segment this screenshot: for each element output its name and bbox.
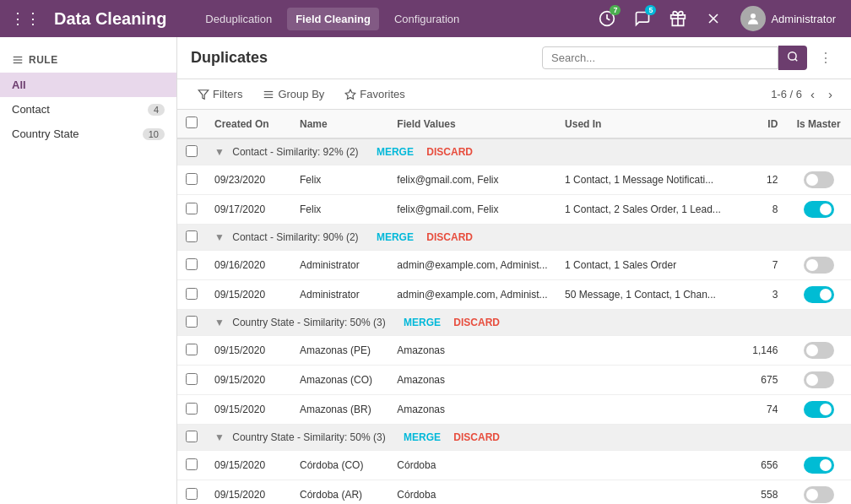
merge-btn[interactable]: MERGE xyxy=(371,230,419,245)
discard-btn[interactable]: DISCARD xyxy=(448,315,505,330)
row-checkbox[interactable] xyxy=(186,403,198,415)
table-row: 09/15/2020 Córdoba (AR) Córdoba 558 xyxy=(177,480,851,505)
row-field-values: Amazonas xyxy=(388,395,556,425)
row-date: 09/15/2020 xyxy=(206,395,291,425)
row-date: 09/16/2020 xyxy=(206,251,291,280)
group-row: ▼ Country State - Similarity: 50% (3) ME… xyxy=(177,425,851,451)
gift-icon-btn[interactable] xyxy=(664,5,691,32)
nav-field-cleaning[interactable]: Field Cleaning xyxy=(287,8,379,30)
row-checkbox[interactable] xyxy=(186,258,198,270)
table-row: 09/15/2020 Amazonas (PE) Amazonas 1,146 xyxy=(177,336,851,366)
group-checkbox[interactable] xyxy=(186,230,198,242)
sidebar-item-all-label: All xyxy=(12,79,26,91)
row-date: 09/23/2020 xyxy=(206,165,291,195)
is-master-toggle[interactable] xyxy=(804,342,834,359)
toggle-slider xyxy=(804,457,834,474)
group-label: Contact - Similarity: 90% (2) xyxy=(232,231,358,243)
search-submit-btn[interactable] xyxy=(778,46,807,70)
row-field-values: Amazonas xyxy=(388,336,556,366)
favorites-btn[interactable]: Favorites xyxy=(338,84,411,104)
avatar-btn[interactable]: Administrator xyxy=(735,5,841,32)
messages-badge: 5 xyxy=(645,5,656,15)
groupby-label: Group By xyxy=(278,88,324,100)
group-checkbox[interactable] xyxy=(186,431,198,442)
row-checkbox[interactable] xyxy=(186,458,198,470)
nav-configuration[interactable]: Configuration xyxy=(386,8,468,30)
merge-btn[interactable]: MERGE xyxy=(398,315,446,330)
row-id: 7 xyxy=(737,251,786,280)
toggle-slider xyxy=(804,486,834,503)
filters-btn[interactable]: Filters xyxy=(191,84,249,104)
row-checkbox[interactable] xyxy=(186,173,198,185)
group-row-master-cell xyxy=(786,310,851,336)
chevron-down-icon: ▼ xyxy=(214,317,225,328)
nav-deduplication[interactable]: Deduplication xyxy=(197,8,280,30)
app-title: Data Cleaning xyxy=(54,9,166,29)
row-checkbox[interactable] xyxy=(186,203,198,214)
header-used-in: Used In xyxy=(556,110,737,138)
row-id: 3 xyxy=(737,280,786,310)
select-all-checkbox[interactable] xyxy=(186,117,198,128)
row-id: 558 xyxy=(737,480,786,505)
prev-page-btn[interactable]: ‹ xyxy=(805,84,820,104)
is-master-toggle[interactable] xyxy=(804,486,834,503)
close-icon-btn[interactable] xyxy=(700,5,727,32)
chevron-down-icon: ▼ xyxy=(214,146,225,158)
row-checkbox-cell xyxy=(177,195,206,225)
messages-icon-btn[interactable]: 5 xyxy=(629,5,656,32)
row-field-values: Amazonas xyxy=(388,366,556,395)
toolbar: Filters Group By Favorites 1-6 / 6 ‹ › xyxy=(177,79,851,110)
is-master-toggle[interactable] xyxy=(804,457,834,474)
row-used-in: 1 Contact, 1 Sales Order xyxy=(556,251,737,280)
group-row: ▼ Country State - Similarity: 50% (3) ME… xyxy=(177,310,851,336)
toggle-slider xyxy=(804,401,834,418)
toggle-slider xyxy=(804,257,834,274)
more-options-btn[interactable]: ⋮ xyxy=(814,47,837,68)
row-date: 09/15/2020 xyxy=(206,480,291,505)
row-checkbox[interactable] xyxy=(186,488,198,500)
header-created-on: Created On xyxy=(206,110,291,138)
is-master-toggle[interactable] xyxy=(804,286,834,303)
group-checkbox[interactable] xyxy=(186,145,198,157)
table-body: ▼ Contact - Similarity: 92% (2) MERGE DI… xyxy=(177,138,851,504)
merge-btn[interactable]: MERGE xyxy=(371,144,419,160)
row-id: 675 xyxy=(737,366,786,395)
search-input[interactable] xyxy=(542,46,778,69)
toggle-slider xyxy=(804,171,834,188)
merge-btn[interactable]: MERGE xyxy=(398,430,446,445)
content-area: Duplicates ⋮ Filters Group By xyxy=(177,37,851,504)
is-master-toggle[interactable] xyxy=(804,201,834,218)
row-name: Córdoba (AR) xyxy=(291,480,388,505)
group-row-label-cell: ▼ Contact - Similarity: 92% (2) MERGE DI… xyxy=(206,138,737,165)
discard-btn[interactable]: DISCARD xyxy=(421,230,478,245)
row-used-in: 1 Contact, 2 Sales Order, 1 Lead... xyxy=(556,195,737,225)
svg-line-10 xyxy=(795,59,798,62)
groupby-btn[interactable]: Group By xyxy=(256,84,331,104)
filters-label: Filters xyxy=(213,88,242,100)
grid-icon[interactable]: ⋮⋮ xyxy=(10,9,41,28)
header-id: ID xyxy=(737,110,786,138)
discard-btn[interactable]: DISCARD xyxy=(421,144,478,160)
toggle-slider xyxy=(804,371,834,388)
activities-icon-btn[interactable]: 7 xyxy=(594,5,621,32)
row-used-in: 50 Message, 1 Contact, 1 Chan... xyxy=(556,280,737,310)
sidebar-item-all[interactable]: All xyxy=(0,73,176,97)
group-checkbox[interactable] xyxy=(186,316,198,328)
row-checkbox-cell xyxy=(177,251,206,280)
row-checkbox[interactable] xyxy=(186,288,198,300)
is-master-toggle[interactable] xyxy=(804,371,834,388)
svg-point-5 xyxy=(751,14,756,19)
next-page-btn[interactable]: › xyxy=(823,84,837,104)
is-master-toggle[interactable] xyxy=(804,401,834,418)
row-checkbox[interactable] xyxy=(186,344,198,355)
row-is-master-cell xyxy=(786,366,851,395)
sidebar-item-country-state[interactable]: Country State 10 xyxy=(0,122,176,146)
group-row-checkbox-cell xyxy=(177,425,206,451)
row-checkbox[interactable] xyxy=(186,373,198,385)
is-master-toggle[interactable] xyxy=(804,171,834,188)
sidebar-item-contact[interactable]: Contact 4 xyxy=(0,97,176,122)
is-master-toggle[interactable] xyxy=(804,257,834,274)
discard-btn[interactable]: DISCARD xyxy=(448,430,505,445)
header-is-master: Is Master xyxy=(786,110,851,138)
group-row-label-cell: ▼ Country State - Similarity: 50% (3) ME… xyxy=(206,310,737,336)
